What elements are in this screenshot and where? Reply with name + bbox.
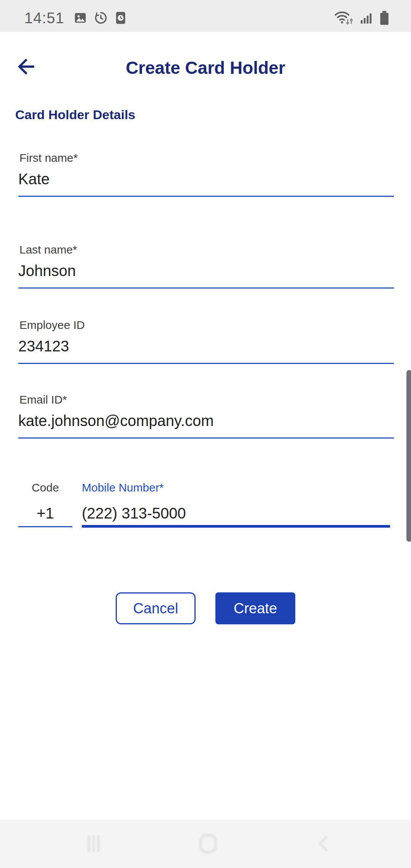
signal-strength-icon — [360, 11, 373, 25]
status-time: 14:51 — [24, 10, 64, 27]
action-buttons: Cancel Create — [0, 592, 411, 624]
employee-id-input[interactable]: 234123 — [18, 338, 394, 357]
mobile-number-label: Mobile Number* — [82, 481, 164, 494]
recents-button[interactable] — [71, 820, 116, 868]
mobile-number-input[interactable]: (222) 313-5000 — [82, 505, 390, 524]
battery-icon — [379, 10, 390, 26]
email-id-label: Email ID* — [19, 393, 67, 406]
timer-icon — [115, 11, 127, 25]
first-name-label: First name* — [19, 152, 78, 164]
home-icon — [197, 832, 220, 856]
country-code-label: Code — [18, 481, 72, 494]
status-bar-left: 14:51 — [24, 10, 134, 27]
section-title: Card Holder Details — [15, 107, 135, 122]
nav-back-button[interactable] — [301, 820, 347, 868]
page-title: Create Card Holder — [0, 53, 411, 83]
last-name-input[interactable]: Johnson — [18, 262, 394, 282]
email-id-underline — [18, 437, 394, 439]
first-name-field: First name* Kate — [0, 152, 411, 197]
last-name-label: Last name* — [19, 243, 77, 256]
employee-id-label: Employee ID — [19, 319, 85, 332]
sync-clock-icon — [94, 11, 108, 25]
navigation-bar — [0, 820, 411, 868]
header: Create Card Holder — [0, 53, 411, 83]
country-code-underline — [18, 526, 72, 527]
status-bar: 14:51 — [0, 0, 411, 32]
first-name-underline — [18, 196, 394, 197]
cancel-button[interactable]: Cancel — [116, 592, 196, 624]
email-id-field: Email ID* kate.johnson@company.com — [0, 393, 411, 439]
scrollbar-thumb[interactable] — [406, 369, 411, 542]
employee-id-underline — [18, 363, 394, 364]
phone-row: Code Mobile Number* +1 (222) 313-5000 — [0, 481, 411, 531]
country-code-input[interactable]: +1 — [18, 505, 72, 524]
gallery-icon — [73, 11, 87, 25]
employee-id-field: Employee ID 234123 — [0, 319, 411, 364]
email-id-input[interactable]: kate.johnson@company.com — [18, 412, 394, 432]
recents-icon — [83, 833, 104, 855]
first-name-input[interactable]: Kate — [18, 171, 394, 190]
back-icon — [314, 833, 334, 854]
last-name-field: Last name* Johnson — [0, 243, 411, 289]
status-bar-right — [328, 10, 390, 26]
wifi-arrows-icon — [334, 10, 354, 26]
create-button[interactable]: Create — [215, 592, 295, 624]
mobile-number-underline — [82, 525, 390, 528]
last-name-underline — [18, 287, 394, 289]
home-button[interactable] — [185, 820, 231, 868]
